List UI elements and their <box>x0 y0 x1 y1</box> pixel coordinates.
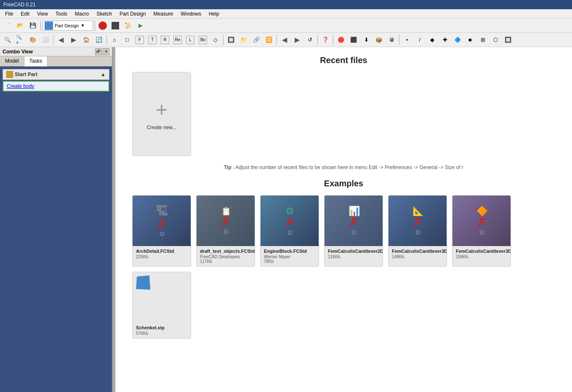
create-body-item[interactable]: Create body <box>3 81 109 92</box>
tab-model[interactable]: Model <box>0 56 24 66</box>
fem2d-info: FemCalculixCantilever2D.FCStd 116Kb <box>325 246 383 262</box>
menu-edit[interactable]: Edit <box>17 10 33 18</box>
part-tool-3[interactable]: 🔗 <box>250 34 262 46</box>
cross-button[interactable]: ✚ <box>439 34 451 46</box>
left-view-button[interactable]: L <box>184 34 196 46</box>
menu-sketch[interactable]: Sketch <box>93 10 115 18</box>
combo-float-button[interactable]: 🗗 <box>95 48 102 55</box>
home-button[interactable]: 🏠 <box>80 34 92 46</box>
sep4 <box>106 35 107 45</box>
top-view-button[interactable]: T <box>146 34 158 46</box>
menu-windows[interactable]: Windows <box>177 10 205 18</box>
recent-files-title: Recent files <box>132 56 555 65</box>
back-button[interactable]: ◀ <box>55 34 67 46</box>
tool-b[interactable]: ⬛ <box>348 34 359 46</box>
part-tool-2[interactable]: 📁 <box>238 34 250 46</box>
save-file-button[interactable]: 💾 <box>27 20 39 32</box>
arch-info: ArchDetail.FCStd 225Kb <box>133 246 191 262</box>
toolbar-view: 🔍 🔍+ 🎨 ⬜ ◀ ▶ 🏠 🔄 ⌂ □ F T R Re L Bo ◇ 🔲 📁… <box>0 33 572 47</box>
fem3d-info: FemCalculixCantilever3D.FCStd 148Kb <box>388 246 447 262</box>
menu-help[interactable]: Help <box>205 10 223 18</box>
part-tool-4[interactable]: 🔀 <box>263 34 275 46</box>
combo-view-title: Combo View <box>3 49 33 55</box>
right-content: Recent files + Create new... Tip : Adjus… <box>115 47 572 392</box>
tool-d[interactable]: 📦 <box>373 34 385 46</box>
engine-size: 78Kb <box>264 259 315 264</box>
example-card-fem2d[interactable]: 📊 F ⚙ FemCalculixCantilever2D.FCStd 116K… <box>324 195 383 267</box>
view-home-button[interactable]: ⌂ <box>109 34 120 46</box>
combo-view-buttons: 🗗 ✕ <box>95 48 109 55</box>
record-button[interactable] <box>97 20 109 32</box>
right-view-button[interactable]: R <box>159 34 171 46</box>
nav-left-button[interactable]: ◀ <box>279 34 290 46</box>
create-new-card[interactable]: + Create new... <box>132 72 191 156</box>
task-section-collapse-icon[interactable]: ▲ <box>101 72 106 77</box>
tool-a[interactable]: 🔴 <box>335 34 347 46</box>
task-section-title: Start Part <box>6 71 37 78</box>
stop-button[interactable] <box>109 20 121 32</box>
extra2-button[interactable]: 🔲 <box>502 34 514 46</box>
point-button[interactable]: ● <box>401 34 413 46</box>
bottom-view-button[interactable]: Bo <box>197 34 209 46</box>
mesh-button[interactable]: ⊞ <box>477 34 489 46</box>
schenkel-card[interactable]: Schenkel.stp 576Kb <box>132 272 191 339</box>
menu-view[interactable]: View <box>34 10 51 18</box>
schenkel-cube-icon <box>136 275 150 290</box>
front-view-button[interactable]: F <box>134 34 146 46</box>
open-file-button[interactable]: 📂 <box>14 20 26 32</box>
example-card-draft[interactable]: 📋 F ⚙ draft_test_objects.FCStd FreeCAD D… <box>196 195 255 267</box>
zoom-in-button[interactable]: 🔍+ <box>14 34 26 46</box>
tool-e[interactable]: 🖥 <box>386 34 397 46</box>
draft-size: 117Kb <box>200 259 251 264</box>
new-file-button[interactable]: 📄 <box>2 20 13 32</box>
nav-right-button[interactable]: ▶ <box>291 34 303 46</box>
refresh-button[interactable]: ↺ <box>304 34 316 46</box>
zoom-fit-button[interactable]: 🔍 <box>2 34 13 46</box>
menu-tools[interactable]: Tools <box>52 10 71 18</box>
solid-button[interactable]: ■ <box>464 34 476 46</box>
example-card-fem3d[interactable]: 📐 F ⚙ FemCalculixCantilever3D.FCStd 148K… <box>388 195 447 267</box>
draft-author: FreeCAD Developers <box>200 254 251 259</box>
examples-grid: 🏗 F ⚙ ArchDetail.FCStd 225Kb 📋 F ⚙ <box>132 195 555 267</box>
examples-grid-row2: Schenkel.stp 576Kb <box>132 272 555 339</box>
fem3dnew-info: FemCalculixCantilever3D_newSolver.FCStd … <box>452 246 511 262</box>
box-select-button[interactable]: ⬜ <box>40 34 51 46</box>
forward-button[interactable]: ▶ <box>68 34 80 46</box>
rear-view-button[interactable]: Re <box>172 34 184 46</box>
menu-measure[interactable]: Measure <box>150 10 177 18</box>
help-cursor-button[interactable]: ❓ <box>319 34 331 46</box>
extra1-button[interactable]: ⬡ <box>490 34 501 46</box>
iso-view-button[interactable]: ◇ <box>210 34 221 46</box>
toolbar-main: 📄 📂 💾 Part Design ▼ 📜 ▶ <box>0 19 572 33</box>
example-thumb-engine: ⚙ F ⚙ <box>261 196 319 246</box>
fem3d-name: FemCalculixCantilever3D.FCStd <box>392 249 443 254</box>
create-body-link[interactable]: Create body <box>7 83 34 89</box>
menu-macro[interactable]: Macro <box>72 10 92 18</box>
draw-style-button[interactable]: 🎨 <box>27 34 39 46</box>
macro-button[interactable]: 📜 <box>122 20 134 32</box>
tip-label: Tip <box>224 164 231 170</box>
face-button[interactable]: 🔷 <box>452 34 463 46</box>
sync-view-button[interactable]: 🔄 <box>93 34 105 46</box>
execute-button[interactable]: ▶ <box>135 20 146 32</box>
example-card-arch[interactable]: 🏗 F ⚙ ArchDetail.FCStd 225Kb <box>132 195 191 267</box>
diamond-button[interactable]: ◆ <box>426 34 438 46</box>
standard-views-button[interactable]: □ <box>121 34 133 46</box>
fem2d-logo: 📊 F ⚙ <box>349 206 360 236</box>
example-card-engine[interactable]: ⚙ F ⚙ EngineBlock.FCStd Werner Mayer 78K… <box>260 195 319 267</box>
recent-files-grid: + Create new... <box>132 72 555 156</box>
tab-tasks[interactable]: Tasks <box>24 56 48 66</box>
combo-close-button[interactable]: ✕ <box>103 48 109 55</box>
menu-file[interactable]: File <box>2 10 16 18</box>
tool-c[interactable]: ⬇ <box>360 34 372 46</box>
fem3d-size: 148Kb <box>392 254 443 259</box>
engine-name: EngineBlock.FCStd <box>264 249 315 254</box>
part-tool-1[interactable]: 🔲 <box>225 34 237 46</box>
draft-logo: 📋 F ⚙ <box>221 206 231 236</box>
menu-partdesign[interactable]: Part Design <box>116 10 149 18</box>
examples-title: Examples <box>132 179 555 188</box>
workbench-dropdown[interactable]: Part Design ▼ <box>43 21 93 31</box>
line-button[interactable]: / <box>414 34 426 46</box>
example-card-fem3dnew[interactable]: 🔶 F ⚙ FemCalculixCantilever3D_newSolver.… <box>452 195 511 267</box>
engine-logo: ⚙ F ⚙ <box>285 205 295 237</box>
